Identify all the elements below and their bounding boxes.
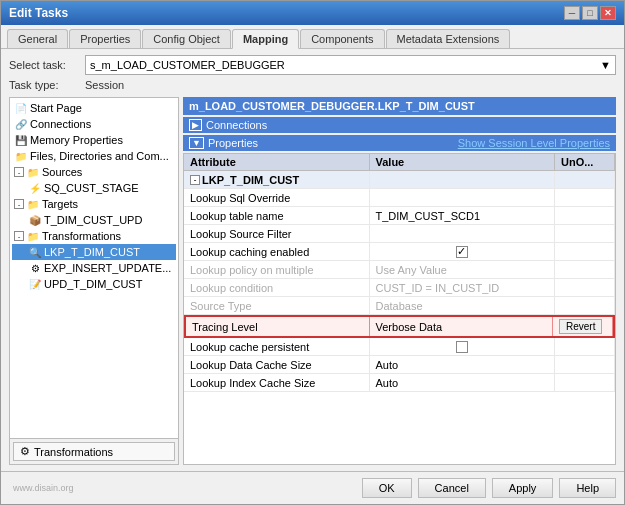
table-row[interactable]: Lookup Data Cache Size Auto: [184, 356, 615, 374]
prop-value[interactable]: [370, 225, 556, 242]
header-bar-text: m_LOAD_CUSTOMER_DEBUGGER.LKP_T_DIM_CUST: [189, 100, 475, 112]
revert-button[interactable]: Revert: [559, 319, 602, 334]
transformations-expand-icon[interactable]: -: [14, 231, 24, 241]
prop-value: Use Any Value: [370, 261, 556, 278]
tree-item-exp-insert[interactable]: ⚙ EXP_INSERT_UPDATE...: [12, 260, 176, 276]
header-uno: UnO...: [555, 154, 615, 170]
table-row[interactable]: Lookup Index Cache Size Auto: [184, 374, 615, 392]
prop-attribute: Lookup policy on multiple: [184, 261, 370, 278]
footer-buttons: OK Cancel Apply Help: [362, 474, 616, 502]
tree-item-transformations-folder[interactable]: - 📁 Transformations: [12, 228, 176, 244]
ok-button[interactable]: OK: [362, 478, 412, 498]
prop-attr-text: Lookup caching enabled: [190, 246, 309, 258]
tree-item-label: T_DIM_CUST_UPD: [44, 214, 142, 226]
prop-value-text: CUST_ID = IN_CUST_ID: [376, 282, 500, 294]
prop-uno: [555, 297, 615, 314]
tab-general[interactable]: General: [7, 29, 68, 48]
sources-expand-icon[interactable]: -: [14, 167, 24, 177]
right-panel: m_LOAD_CUSTOMER_DEBUGGER.LKP_T_DIM_CUST …: [183, 97, 616, 465]
table-row[interactable]: Lookup Source Filter: [184, 225, 615, 243]
cancel-button[interactable]: Cancel: [418, 478, 486, 498]
tree-item-upd-t-dim-cust[interactable]: 📝 UPD_T_DIM_CUST: [12, 276, 176, 292]
properties-collapse[interactable]: ▼: [189, 137, 204, 149]
main-split: 📄 Start Page 🔗 Connections 💾 Memory Prop…: [9, 97, 616, 465]
group-expand-icon[interactable]: -: [190, 175, 200, 185]
tree-area: 📄 Start Page 🔗 Connections 💾 Memory Prop…: [10, 98, 178, 438]
tree-item-files[interactable]: 📁 Files, Directories and Com...: [12, 148, 176, 164]
prop-attr-text: Tracing Level: [192, 321, 258, 333]
prop-uno: [555, 338, 615, 355]
header-bar: m_LOAD_CUSTOMER_DEBUGGER.LKP_T_DIM_CUST: [183, 97, 616, 115]
prop-uno: [555, 374, 615, 391]
prop-value[interactable]: [370, 338, 556, 355]
edit-tasks-window: Edit Tasks ─ □ ✕ General Properties Conf…: [0, 0, 625, 505]
transformations-button[interactable]: ⚙ Transformations: [13, 442, 175, 461]
prop-attr-text: Lookup Source Filter: [190, 228, 292, 240]
content-area: Select task: s_m_LOAD_CUSTOMER_DEBUGGER …: [1, 49, 624, 471]
tree-item-sq-cust[interactable]: ⚡ SQ_CUST_STAGE: [12, 180, 176, 196]
select-task-dropdown[interactable]: s_m_LOAD_CUSTOMER_DEBUGGER ▼: [85, 55, 616, 75]
tree-item-label: Memory Properties: [30, 134, 123, 146]
header-value: Value: [370, 154, 556, 170]
tree-item-label: LKP_T_DIM_CUST: [44, 246, 140, 258]
prop-uno: [555, 171, 615, 188]
lkp-icon: 🔍: [28, 245, 42, 259]
prop-attr-text: Lookup policy on multiple: [190, 264, 314, 276]
prop-uno: Revert: [553, 317, 613, 336]
tab-mapping[interactable]: Mapping: [232, 29, 299, 49]
prop-attribute: Lookup Source Filter: [184, 225, 370, 242]
show-session-link[interactable]: Show Session Level Properties: [458, 137, 610, 149]
prop-value-text: Database: [376, 300, 423, 312]
prop-attr-text: LKP_T_DIM_CUST: [202, 174, 299, 186]
prop-value-text: T_DIM_CUST_SCD1: [376, 210, 481, 222]
table-row[interactable]: Lookup cache persistent: [184, 338, 615, 356]
dropdown-arrow-icon[interactable]: ▼: [600, 59, 611, 71]
prop-value[interactable]: Auto: [370, 374, 556, 391]
table-row: Lookup policy on multiple Use Any Value: [184, 261, 615, 279]
table-row: Lookup condition CUST_ID = IN_CUST_ID: [184, 279, 615, 297]
prop-value[interactable]: T_DIM_CUST_SCD1: [370, 207, 556, 224]
prop-attribute: Lookup caching enabled: [184, 243, 370, 260]
tab-metadata-extensions[interactable]: Metadata Extensions: [386, 29, 511, 48]
table-row[interactable]: Lookup Sql Override: [184, 189, 615, 207]
minimize-button[interactable]: ─: [564, 6, 580, 20]
table-row-tracing-level[interactable]: Tracing Level Verbose Data Revert: [184, 315, 615, 338]
prop-attribute: Lookup cache persistent: [184, 338, 370, 355]
table-row: Source Type Database: [184, 297, 615, 315]
prop-value[interactable]: Verbose Data: [370, 317, 554, 336]
prop-value-text: Auto: [376, 359, 399, 371]
close-button[interactable]: ✕: [600, 6, 616, 20]
prop-attr-text: Lookup table name: [190, 210, 284, 222]
tree-item-startpage[interactable]: 📄 Start Page: [12, 100, 176, 116]
connections-expand[interactable]: ▶: [189, 119, 202, 131]
checkbox-checked-icon[interactable]: ✓: [456, 246, 468, 258]
task-type-value: Session: [85, 79, 124, 91]
tree-item-t-dim-cust-upd[interactable]: 📦 T_DIM_CUST_UPD: [12, 212, 176, 228]
table-row[interactable]: Lookup caching enabled ✓: [184, 243, 615, 261]
tree-item-sources-folder[interactable]: - 📁 Sources: [12, 164, 176, 180]
start-page-icon: 📄: [14, 101, 28, 115]
tree-item-targets-folder[interactable]: - 📁 Targets: [12, 196, 176, 212]
prop-value: [370, 171, 556, 188]
prop-value-text: Use Any Value: [376, 264, 447, 276]
tab-properties[interactable]: Properties: [69, 29, 141, 48]
apply-button[interactable]: Apply: [492, 478, 554, 498]
transformations-btn-label: Transformations: [34, 446, 113, 458]
prop-value-text: Verbose Data: [376, 321, 443, 333]
tree-item-connections[interactable]: 🔗 Connections: [12, 116, 176, 132]
prop-value[interactable]: [370, 189, 556, 206]
targets-expand-icon[interactable]: -: [14, 199, 24, 209]
prop-value[interactable]: ✓: [370, 243, 556, 260]
table-header: Attribute Value UnO...: [184, 154, 615, 171]
maximize-button[interactable]: □: [582, 6, 598, 20]
tab-config-object[interactable]: Config Object: [142, 29, 231, 48]
properties-table: Attribute Value UnO... - LKP_T_DIM_CUST: [183, 153, 616, 465]
prop-value[interactable]: Auto: [370, 356, 556, 373]
tree-item-memory[interactable]: 💾 Memory Properties: [12, 132, 176, 148]
tab-components[interactable]: Components: [300, 29, 384, 48]
table-row[interactable]: Lookup table name T_DIM_CUST_SCD1: [184, 207, 615, 225]
tree-item-lkp-t-dim-cust[interactable]: 🔍 LKP_T_DIM_CUST: [12, 244, 176, 260]
help-button[interactable]: Help: [559, 478, 616, 498]
prop-attribute: Source Type: [184, 297, 370, 314]
checkbox-unchecked-icon[interactable]: [456, 341, 468, 353]
